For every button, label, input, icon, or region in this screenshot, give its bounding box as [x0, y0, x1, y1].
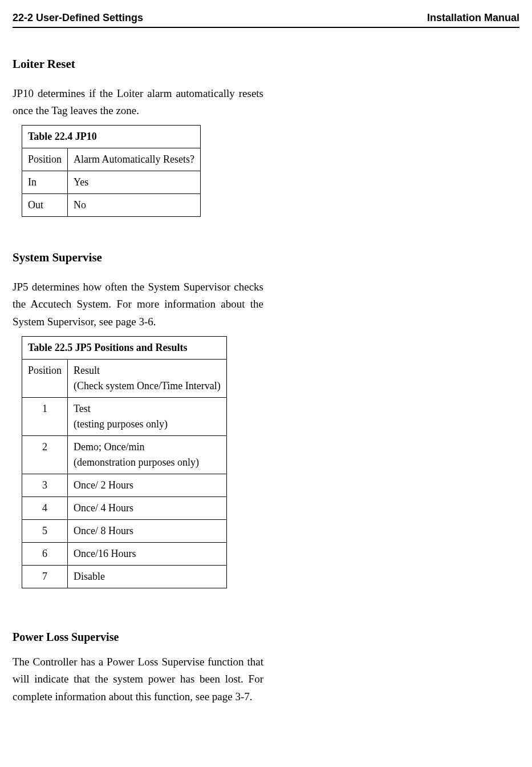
table-cell: 5	[22, 519, 68, 542]
table-jp10: Table 22.4 JP10 Position Alarm Automatic…	[22, 125, 201, 217]
table-cell: Disable	[68, 565, 227, 588]
table-cell: Once/ 2 Hours	[68, 474, 227, 496]
table-cell: No	[68, 194, 201, 217]
table-cell: 3	[22, 474, 68, 496]
power-loss-heading: Power Loss Supervise	[13, 628, 263, 645]
table-cell-line2: (testing purposes only)	[74, 418, 168, 430]
table-header-cell: Position	[22, 359, 68, 397]
table-caption: Table 22.5 JP5 Positions and Results	[22, 336, 227, 359]
table-cell: 1	[22, 397, 68, 435]
table-caption: Table 22.4 JP10	[22, 126, 201, 148]
table-header-cell: Position	[22, 148, 68, 171]
table-header-cell: Alarm Automatically Resets?	[68, 148, 201, 171]
table-header-line1: Result	[74, 365, 100, 376]
table-cell: Test (testing purposes only)	[68, 397, 227, 435]
page-header: 22-2 User-Defined Settings Installation …	[13, 10, 519, 28]
table-cell: Out	[22, 194, 68, 217]
table-cell: Once/16 Hours	[68, 542, 227, 565]
table-header-line2: (Check system Once/Time Interval)	[74, 380, 221, 391]
header-left: 22-2 User-Defined Settings	[13, 10, 143, 26]
table-row: 3 Once/ 2 Hours	[22, 474, 227, 496]
table-row: 1 Test (testing purposes only)	[22, 397, 227, 435]
table-cell: Once/ 4 Hours	[68, 496, 227, 519]
table-header-cell: Result (Check system Once/Time Interval)	[68, 359, 227, 397]
table-row: 4 Once/ 4 Hours	[22, 496, 227, 519]
table-cell: 4	[22, 496, 68, 519]
table-cell: Yes	[68, 171, 201, 194]
table-cell: Demo; Once/min (demonstration purposes o…	[68, 435, 227, 474]
loiter-reset-heading: Loiter Reset	[13, 55, 263, 74]
table-row: Out No	[22, 194, 201, 217]
table-cell: In	[22, 171, 68, 194]
content-column: Loiter Reset JP10 determines if the Loit…	[13, 55, 263, 705]
table-cell-line1: Test	[74, 403, 91, 414]
system-supervise-body: JP5 determines how often the System Supe…	[13, 278, 263, 330]
table-row: 2 Demo; Once/min (demonstration purposes…	[22, 435, 227, 474]
table-row: Position Alarm Automatically Resets?	[22, 148, 201, 171]
power-loss-body: The Controller has a Power Loss Supervis…	[13, 653, 263, 705]
table-row: 5 Once/ 8 Hours	[22, 519, 227, 542]
table-cell-line1: Demo; Once/min	[74, 441, 144, 453]
system-supervise-heading: System Supervise	[13, 249, 263, 267]
table-cell: Once/ 8 Hours	[68, 519, 227, 542]
table-row: Table 22.5 JP5 Positions and Results	[22, 336, 227, 359]
table-row: 6 Once/16 Hours	[22, 542, 227, 565]
loiter-reset-body: JP10 determines if the Loiter alarm auto…	[13, 85, 263, 120]
table-cell: 7	[22, 565, 68, 588]
table-row: In Yes	[22, 171, 201, 194]
table-row: 7 Disable	[22, 565, 227, 588]
table-cell: 2	[22, 435, 68, 474]
table-jp5: Table 22.5 JP5 Positions and Results Pos…	[22, 336, 227, 588]
table-row: Position Result (Check system Once/Time …	[22, 359, 227, 397]
table-cell-line2: (demonstration purposes only)	[74, 457, 199, 468]
table-row: Table 22.4 JP10	[22, 126, 201, 148]
table-cell: 6	[22, 542, 68, 565]
header-right: Installation Manual	[427, 10, 519, 26]
